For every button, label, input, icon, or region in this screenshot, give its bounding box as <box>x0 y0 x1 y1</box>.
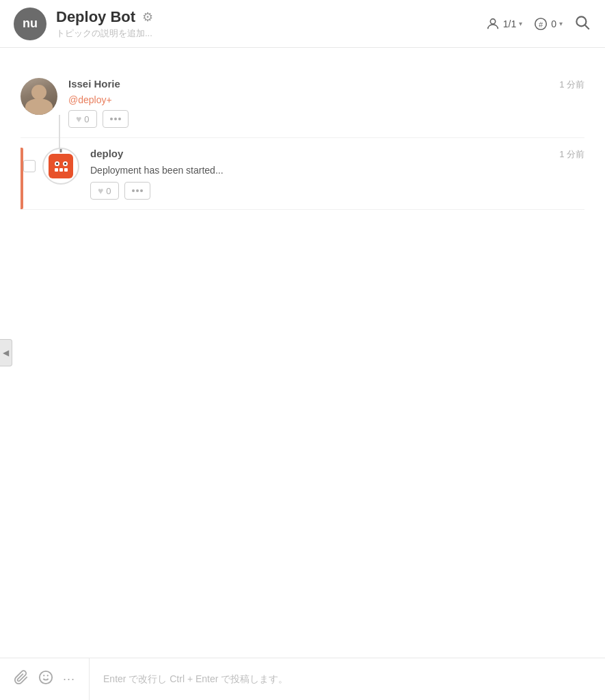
robot-antenna-icon <box>60 148 62 152</box>
svg-text:#: # <box>539 20 543 28</box>
channel-title: Deploy Bot <box>56 8 135 26</box>
sidebar-toggle-button[interactable]: ◀ <box>0 339 12 366</box>
messages-list: Issei Horie 1 分前 @deploy+ ♥ 0 <box>0 62 605 217</box>
members-chevron-icon: ▾ <box>519 20 522 27</box>
message-actions: ♥ 0 <box>68 110 584 128</box>
svg-point-3 <box>576 16 586 26</box>
more-tools-icon[interactable]: ··· <box>63 672 75 686</box>
svg-line-4 <box>585 25 589 29</box>
more-button[interactable] <box>124 182 150 200</box>
message-header: deploy 1 分前 <box>90 148 584 161</box>
message-body: Issei Horie 1 分前 @deploy+ ♥ 0 <box>68 78 584 128</box>
message-input[interactable]: Enter で改行し Ctrl + Enter で投稿します。 <box>103 673 288 686</box>
message-username: Issei Horie <box>68 78 120 90</box>
more-button[interactable] <box>103 110 129 128</box>
svg-point-5 <box>40 671 52 684</box>
message-time: 1 分前 <box>559 148 584 161</box>
channel-subtitle[interactable]: トピックの説明を追加... <box>56 27 153 40</box>
search-button[interactable] <box>574 14 591 34</box>
messages-area: ◀ Issei Horie 1 分前 @deploy+ ♥ <box>0 48 605 658</box>
header-title-row: Deploy Bot ⚙ <box>56 8 153 26</box>
like-count: 0 <box>84 114 89 124</box>
avatar <box>21 78 57 115</box>
heart-icon: ♥ <box>76 113 81 124</box>
robot-mouth-icon <box>55 168 68 172</box>
header-right: 1/1 ▾ # 0 ▾ <box>485 14 591 34</box>
mentions-button[interactable]: # 0 ▾ <box>533 16 563 31</box>
input-tools: ··· <box>0 658 90 700</box>
message-header: Issei Horie 1 分前 <box>68 78 584 91</box>
robot-eye-right-icon <box>63 161 68 166</box>
mentions-chevron-icon: ▾ <box>559 20 563 27</box>
robot-face-icon <box>49 154 73 178</box>
message-text: Deployment has been started... <box>90 165 224 176</box>
message-text: @deploy+ <box>68 94 112 105</box>
avatar <box>42 148 79 185</box>
message-input-area[interactable]: Enter で改行し Ctrl + Enter で投稿します。 <box>90 673 605 686</box>
message-body: deploy 1 分前 Deployment has been started.… <box>90 148 584 200</box>
mentions-count: 0 <box>551 18 556 29</box>
settings-icon[interactable]: ⚙ <box>142 10 153 25</box>
message-time: 1 分前 <box>559 79 584 91</box>
heart-icon: ♥ <box>98 185 103 196</box>
more-icon <box>132 189 143 192</box>
emoji-icon[interactable] <box>38 670 53 688</box>
app-logo: nu <box>14 8 46 40</box>
channel-header: nu Deploy Bot ⚙ トピックの説明を追加... 1/1 ▾ # <box>0 0 605 48</box>
message-username: deploy <box>90 148 123 159</box>
table-row: deploy 1 分前 Deployment has been started.… <box>21 138 584 210</box>
message-actions: ♥ 0 <box>90 182 584 200</box>
svg-point-0 <box>490 18 495 23</box>
header-title-group: Deploy Bot ⚙ トピックの説明を追加... <box>56 8 153 40</box>
robot-eye-left-icon <box>55 161 59 166</box>
table-row: Issei Horie 1 分前 @deploy+ ♥ 0 <box>21 68 584 138</box>
more-icon <box>110 118 121 120</box>
like-count: 0 <box>106 186 111 196</box>
members-count: 1/1 <box>503 18 516 29</box>
like-button[interactable]: ♥ 0 <box>68 110 97 128</box>
robot-eyes-icon <box>55 161 68 166</box>
attach-icon[interactable] <box>14 670 29 688</box>
header-left: nu Deploy Bot ⚙ トピックの説明を追加... <box>14 8 153 40</box>
message-checkbox[interactable] <box>23 160 36 172</box>
main-content: ◀ Issei Horie 1 分前 @deploy+ ♥ <box>0 48 605 700</box>
message-input-bar: ··· Enter で改行し Ctrl + Enter で投稿します。 <box>0 658 605 700</box>
members-button[interactable]: 1/1 ▾ <box>485 16 522 31</box>
accent-bar <box>21 148 23 209</box>
like-button[interactable]: ♥ 0 <box>90 182 119 200</box>
